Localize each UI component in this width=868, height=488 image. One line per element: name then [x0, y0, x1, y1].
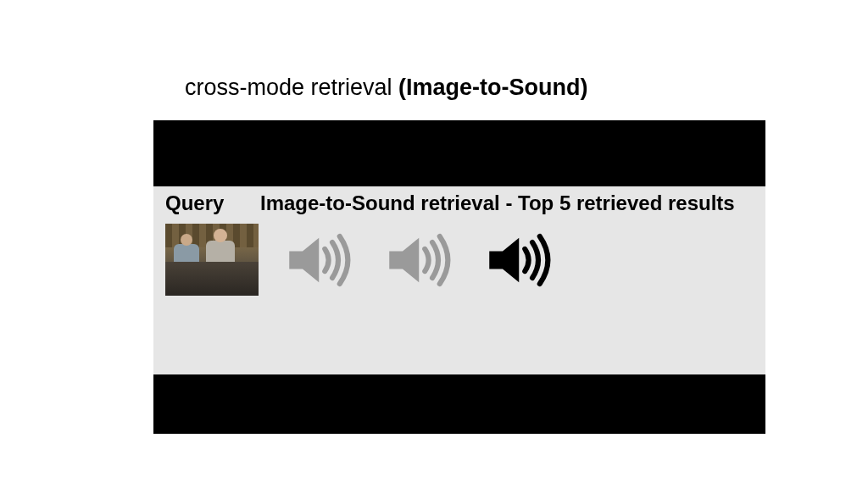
svg-marker-3 — [403, 237, 419, 282]
svg-rect-2 — [389, 251, 403, 269]
speaker-icon-3[interactable] — [482, 230, 559, 290]
speaker-icon-2[interactable] — [382, 230, 459, 290]
query-header: Query — [165, 191, 260, 215]
title-plain: cross-mode retrieval — [185, 75, 398, 100]
slide-title: cross-mode retrieval (Image-to-Sound) — [185, 75, 588, 101]
results-header: Image-to-Sound retrieval - Top 5 retriev… — [260, 191, 735, 214]
headers: QueryImage-to-Sound retrieval - Top 5 re… — [165, 191, 759, 215]
video-frame: QueryImage-to-Sound retrieval - Top 5 re… — [153, 120, 765, 434]
svg-rect-4 — [489, 251, 503, 269]
query-thumbnail: Chart — [165, 224, 259, 296]
speaker-icon-1[interactable] — [282, 230, 359, 290]
result-row: Chart — [165, 224, 559, 296]
svg-rect-0 — [289, 251, 303, 269]
svg-marker-5 — [503, 237, 519, 282]
thumb-label: Chart — [167, 288, 181, 294]
title-bold: (Image-to-Sound) — [398, 75, 587, 100]
content-band: QueryImage-to-Sound retrieval - Top 5 re… — [153, 186, 765, 374]
svg-marker-1 — [303, 237, 319, 282]
